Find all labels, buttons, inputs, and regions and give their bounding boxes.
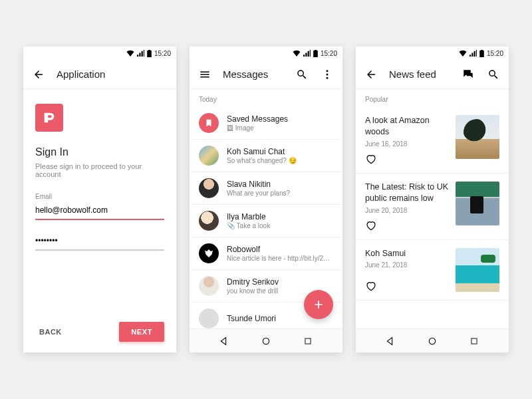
android-nav-bar — [356, 329, 509, 352]
message-item[interactable]: Ilya Marble 📎 Take a look — [190, 205, 342, 237]
clock: 15:20 — [321, 50, 337, 57]
plus-icon — [312, 298, 325, 311]
favorite-icon[interactable] — [365, 280, 377, 292]
content: Sign In Please sign in to proceed to you… — [23, 89, 176, 352]
nav-recent-icon[interactable] — [301, 334, 315, 348]
avatar — [199, 276, 219, 296]
feed-title: The Latest: Risk to UK public remains lo… — [365, 182, 449, 204]
message-preview: So what's changed? 😏 — [227, 157, 333, 164]
app-bar: Messages — [190, 60, 342, 89]
feed-title: A look at Amazon woods — [365, 115, 449, 138]
message-name: Slava Nikitin — [227, 180, 333, 189]
wifi-icon — [126, 50, 134, 57]
feed-item[interactable]: Koh Samui June 21, 2018 — [356, 240, 509, 301]
section-popular: Popular — [356, 89, 509, 107]
back-icon[interactable] — [31, 67, 46, 82]
nav-recent-icon[interactable] — [467, 334, 481, 348]
svg-point-2 — [327, 76, 329, 78]
screen-sign-in: 15:20 Application Sign In Please sign in… — [23, 47, 176, 352]
search-icon[interactable] — [295, 67, 309, 82]
wifi-icon — [293, 50, 301, 57]
message-preview: Nice article is here - http://bit.ly/2ma… — [227, 255, 333, 262]
svg-point-5 — [429, 338, 435, 344]
page-title: Application — [57, 68, 105, 80]
status-bar: 15:20 — [356, 47, 509, 60]
content: Popular A look at Amazon woods June 16, … — [356, 89, 509, 329]
signal-icon — [469, 50, 477, 57]
signal-icon — [303, 50, 311, 57]
message-name: Dmitry Serikov — [227, 277, 333, 287]
nav-back-icon[interactable] — [217, 334, 231, 348]
feed-date: June 16, 2018 — [365, 140, 449, 148]
app-bar: Application — [23, 60, 176, 89]
search-icon[interactable] — [486, 67, 501, 82]
svg-point-0 — [327, 70, 329, 72]
feed-date: June 20, 2018 — [365, 207, 449, 214]
svg-rect-4 — [305, 338, 311, 343]
password-field[interactable] — [35, 232, 164, 251]
bookmark-icon — [199, 113, 219, 133]
clock: 15:20 — [154, 50, 171, 57]
message-preview: What are your plans? — [227, 190, 333, 197]
avatar — [199, 211, 219, 231]
nav-home-icon[interactable] — [259, 334, 273, 348]
message-item[interactable]: Robowolf Nice article is here - http://b… — [190, 237, 342, 270]
message-preview: 🖼 Image — [227, 124, 333, 132]
subheading: Please sign in to proceed to your accoun… — [35, 162, 164, 178]
message-item[interactable]: Slava Nikitin What are your plans? — [190, 172, 342, 205]
battery-icon — [479, 50, 484, 57]
back-button[interactable]: BACK — [35, 323, 66, 341]
screen-messages: 15:20 Messages Today Saved Messages 🖼 Im… — [190, 47, 342, 352]
svg-rect-6 — [471, 338, 477, 343]
status-bar: 15:20 — [190, 47, 342, 60]
nav-back-icon[interactable] — [383, 334, 398, 348]
chat-icon[interactable] — [461, 67, 475, 82]
message-item-saved[interactable]: Saved Messages 🖼 Image — [190, 107, 342, 140]
password-field-wrap — [35, 232, 164, 251]
svg-point-3 — [263, 338, 269, 344]
feed-date: June 21, 2018 — [365, 261, 449, 269]
back-icon[interactable] — [364, 67, 378, 82]
next-button[interactable]: NEXT — [119, 322, 164, 342]
message-name: Saved Messages — [227, 114, 333, 124]
page-title: News feed — [389, 68, 436, 80]
message-name: Robowolf — [227, 245, 333, 254]
feed-item[interactable]: A look at Amazon woods June 16, 2018 — [356, 107, 509, 174]
section-today: Today — [190, 89, 342, 107]
battery-icon — [147, 50, 152, 57]
message-name: Koh Samui Chat — [227, 147, 333, 156]
compose-fab[interactable] — [304, 290, 333, 319]
status-bar: 15:20 — [23, 47, 176, 60]
battery-icon — [313, 50, 318, 57]
avatar — [199, 243, 219, 263]
favorite-icon[interactable] — [365, 219, 377, 231]
signal-icon — [137, 50, 144, 57]
nav-home-icon[interactable] — [425, 334, 440, 348]
android-nav-bar — [190, 329, 342, 352]
feed-thumbnail — [456, 248, 499, 292]
feed-thumbnail — [456, 182, 499, 225]
app-bar: News feed — [356, 60, 509, 89]
message-preview: 📎 Take a look — [227, 222, 333, 229]
heading: Sign In — [35, 146, 164, 158]
clock: 15:20 — [487, 50, 503, 57]
content: Today Saved Messages 🖼 Image Koh Samui C… — [190, 89, 342, 329]
feed-item[interactable]: The Latest: Risk to UK public remains lo… — [356, 174, 509, 240]
wifi-icon — [459, 50, 467, 57]
more-icon[interactable] — [320, 67, 334, 82]
avatar — [199, 178, 219, 198]
page-title: Messages — [223, 68, 268, 80]
email-field[interactable] — [35, 201, 164, 220]
email-label: Email — [35, 193, 164, 200]
feed-title: Koh Samui — [365, 248, 449, 259]
avatar — [199, 146, 219, 166]
email-field-wrap: Email — [35, 193, 164, 220]
app-logo — [35, 104, 63, 132]
screen-news-feed: 15:20 News feed Popular A look at Amazon… — [356, 47, 509, 352]
message-item[interactable]: Koh Samui Chat So what's changed? 😏 — [190, 140, 342, 172]
menu-icon[interactable] — [198, 67, 212, 82]
avatar — [199, 309, 219, 329]
message-name: Ilya Marble — [227, 212, 333, 221]
favorite-icon[interactable] — [365, 153, 377, 165]
svg-point-1 — [327, 73, 329, 75]
